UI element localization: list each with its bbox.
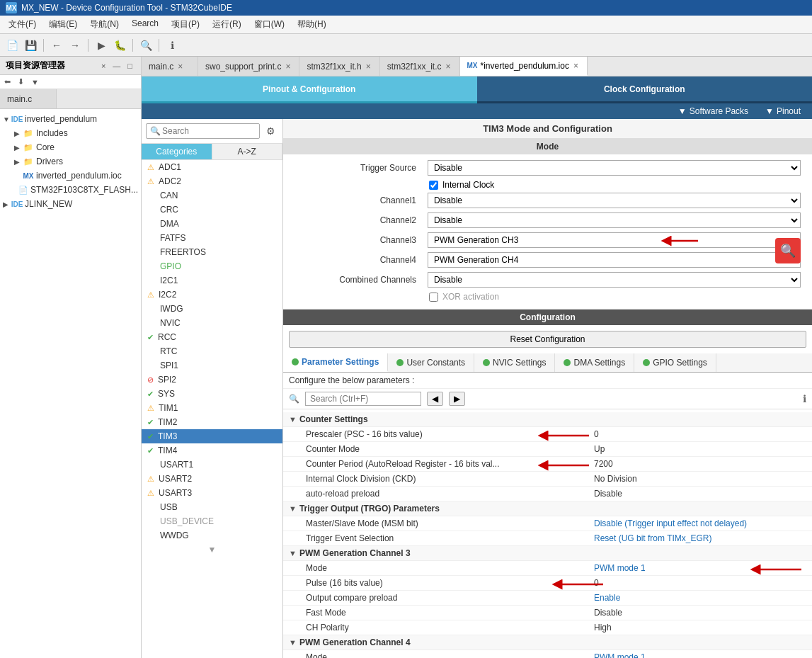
cat-item-dma[interactable]: DMA	[142, 217, 282, 231]
channel3-select[interactable]: PWM Generation CH3	[428, 232, 801, 248]
cat-item-sys[interactable]: ✔ SYS	[142, 387, 282, 401]
cat-item-iwdg[interactable]: IWDG	[142, 302, 282, 316]
cat-item-rtc[interactable]: RTC	[142, 344, 282, 358]
pinout-btn[interactable]: ▼ Pinout	[765, 106, 801, 116]
cat-item-fatfs[interactable]: FATFS	[142, 231, 282, 245]
tree-item-project[interactable]: ▼ IDE inverted_pendulum	[0, 112, 141, 126]
tab-main-c-close[interactable]: ×	[176, 62, 184, 72]
cat-item-gpio[interactable]: GPIO	[142, 259, 282, 273]
tab-main-c-top[interactable]: main.c ×	[142, 57, 198, 76]
group-trgo-header[interactable]: ▼ Trigger Output (TRGO) Parameters	[283, 501, 812, 516]
tree-item-drivers[interactable]: ▶ 📁 Drivers	[0, 154, 141, 169]
cat-item-usbdevice[interactable]: USB_DEVICE	[142, 514, 282, 528]
cat-item-usart3[interactable]: ⚠ USART3	[142, 486, 282, 500]
menu-navigate[interactable]: 导航(N)	[84, 17, 125, 32]
toolbar-info[interactable]: ℹ	[164, 38, 180, 53]
param-tab-user[interactable]: User Constants	[388, 353, 474, 372]
tree-item-flash[interactable]: 📄 STM32F103C8TX_FLASH...	[0, 183, 141, 197]
panel-back-btn[interactable]: ⬅	[1, 76, 13, 87]
menu-help[interactable]: 帮助(H)	[292, 17, 332, 32]
cat-item-nvic[interactable]: NVIC	[142, 316, 282, 330]
config-tab-clock[interactable]: Clock Configuration	[477, 76, 813, 103]
search-overlay-btn[interactable]: 🔍	[775, 238, 801, 263]
panel-maximize[interactable]: □	[125, 61, 135, 71]
menu-edit[interactable]: 编辑(E)	[43, 17, 83, 32]
trigger-source-select[interactable]: Disable	[428, 160, 801, 176]
cat-item-adc2[interactable]: ⚠ ADC2	[142, 174, 282, 188]
channel2-select[interactable]: Disable	[428, 212, 801, 228]
cat-item-i2c2[interactable]: ⚠ I2C2	[142, 288, 282, 302]
param-tab-nvic[interactable]: NVIC Settings	[474, 353, 555, 372]
panel-minimize[interactable]: —	[110, 61, 123, 71]
cat-item-i2c1[interactable]: I2C1	[142, 273, 282, 288]
cat-item-tim1[interactable]: ⚠ TIM1	[142, 401, 282, 415]
tab-main-c[interactable]: main.c	[0, 89, 57, 108]
group-pwm3-header[interactable]: ▼ PWM Generation Channel 3	[283, 546, 812, 561]
tab-stm-h[interactable]: stm32f1xx_it.h ×	[299, 57, 379, 76]
config-tab-pinout[interactable]: Pinout & Configuration	[142, 76, 477, 103]
internal-clock-checkbox[interactable]	[429, 181, 438, 190]
menu-run[interactable]: 运行(R)	[207, 17, 247, 32]
toolbar-search[interactable]: 🔍	[138, 38, 154, 53]
tree-item-core[interactable]: ▶ 📁 Core	[0, 140, 141, 154]
tab-stm-h-close[interactable]: ×	[365, 62, 372, 72]
tab-swo[interactable]: swo_support_print.c ×	[198, 57, 299, 76]
group-counter-settings-header[interactable]: ▼ Counter Settings	[283, 412, 812, 427]
cat-item-spi1[interactable]: SPI1	[142, 358, 282, 373]
reset-config-btn[interactable]: Reset Configuration	[289, 331, 806, 348]
cat-item-usart1[interactable]: USART1	[142, 458, 282, 472]
tab-stm-c[interactable]: stm32f1xx_it.c ×	[380, 57, 460, 76]
menu-search[interactable]: Search	[126, 17, 164, 32]
info-icon[interactable]: ℹ	[803, 393, 806, 404]
tree-item-ioc[interactable]: MX inverted_pendulum.ioc	[0, 169, 141, 183]
category-search-input[interactable]	[146, 123, 260, 139]
xor-checkbox[interactable]	[429, 293, 438, 302]
cat-item-spi2[interactable]: ⊘ SPI2	[142, 373, 282, 387]
param-tab-dma[interactable]: DMA Settings	[555, 353, 634, 372]
tree-item-jlink[interactable]: ▶ IDE JLINK_NEW	[0, 197, 141, 211]
menu-window[interactable]: 窗口(W)	[248, 17, 290, 32]
panel-collapse-all[interactable]: ▼	[28, 76, 42, 87]
tab-stm-c-close[interactable]: ×	[445, 62, 452, 72]
param-search-input[interactable]	[305, 392, 421, 406]
cat-item-usb[interactable]: USB	[142, 500, 282, 514]
config-gear-btn[interactable]: ⚙	[263, 123, 278, 139]
cat-item-can[interactable]: CAN	[142, 188, 282, 203]
group-pwm4-header[interactable]: ▼ PWM Generation Channel 4	[283, 635, 812, 650]
tab-ioc-close[interactable]: ×	[572, 61, 580, 71]
tab-ioc-active[interactable]: MX *inverted_pendulum.ioc ×	[460, 57, 588, 76]
toolbar-new[interactable]: 📄	[4, 38, 20, 53]
cat-item-adc1[interactable]: ⚠ ADC1	[142, 160, 282, 174]
toolbar-save[interactable]: 💾	[23, 38, 38, 53]
tab-swo-close[interactable]: ×	[284, 62, 292, 72]
cat-item-tim2[interactable]: ✔ TIM2	[142, 415, 282, 429]
cat-item-wwdg[interactable]: WWDG	[142, 528, 282, 543]
toolbar-run[interactable]: ▶	[93, 38, 109, 53]
cat-item-tim3[interactable]: ✔ TIM3	[142, 429, 282, 443]
toolbar-forward[interactable]: →	[67, 38, 83, 53]
menu-file[interactable]: 文件(F)	[3, 17, 42, 32]
param-next-btn[interactable]: ▶	[449, 392, 465, 406]
cat-item-freertos[interactable]: FREERTOS	[142, 245, 282, 259]
menu-project[interactable]: 项目(P)	[166, 17, 205, 32]
cat-btn-az[interactable]: A->Z	[212, 144, 283, 159]
tree-item-includes[interactable]: ▶ 📁 Includes	[0, 126, 141, 140]
channel1-select[interactable]: Disable	[428, 193, 801, 208]
panel-collapse[interactable]: ×	[98, 61, 108, 71]
cat-item-rcc[interactable]: ✔ RCC	[142, 330, 282, 344]
param-tab-gpio[interactable]: GPIO Settings	[634, 353, 716, 372]
cat-btn-categories[interactable]: Categories	[142, 144, 212, 159]
cat-item-usart2[interactable]: ⚠ USART2	[142, 472, 282, 486]
toolbar-back[interactable]: ←	[49, 38, 64, 53]
param-tab-parameter[interactable]: Parameter Settings	[283, 353, 388, 372]
combined-channels-select[interactable]: Disable	[428, 272, 801, 288]
config-section-header: Configuration	[283, 310, 812, 325]
param-row-oc-preload: Output compare preload Enable	[283, 591, 812, 606]
panel-forward-btn[interactable]: ⬇	[15, 76, 27, 87]
param-prev-btn[interactable]: ◀	[427, 392, 443, 406]
cat-item-tim4[interactable]: ✔ TIM4	[142, 443, 282, 458]
channel4-select[interactable]: PWM Generation CH4	[428, 252, 801, 268]
toolbar-debug[interactable]: 🐛	[112, 38, 127, 53]
cat-item-crc[interactable]: CRC	[142, 203, 282, 217]
sw-packs-btn[interactable]: ▼ Software Packs	[678, 106, 748, 116]
